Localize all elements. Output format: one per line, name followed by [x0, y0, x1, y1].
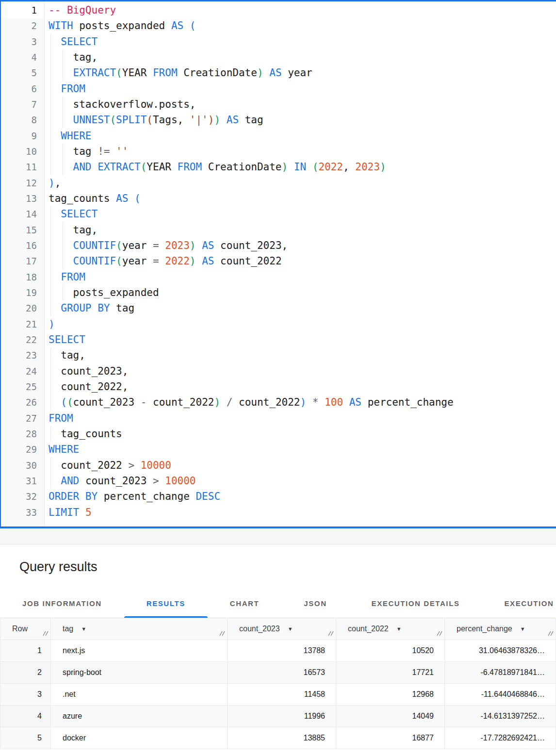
sql-editor[interactable]: 1-- BigQuery2WITH posts_expanded AS (3 S…: [0, 0, 556, 528]
line-number: 27: [1, 411, 45, 426]
count-2023-cell: 11996: [228, 706, 336, 727]
indent-guide: [63, 49, 63, 65]
query-results-header: Query results: [0, 544, 556, 589]
tab-chart[interactable]: CHART: [208, 589, 282, 618]
code-text: count_2023,: [45, 363, 556, 379]
row-number-cell: 5: [0, 727, 51, 749]
code-text: tag,: [45, 222, 556, 238]
code-text: AND count_2023 > 10000: [45, 473, 556, 489]
sort-dropdown-icon[interactable]: ▼: [520, 626, 525, 632]
line-number: 25: [1, 379, 45, 394]
code-line: 30 count_2022 > 10000: [1, 458, 556, 473]
table-row: 1next.js137881052031.06463878326…: [0, 640, 556, 662]
line-number: 9: [1, 128, 45, 144]
code-text: FROM: [45, 81, 556, 97]
code-line: 29WHERE: [1, 442, 556, 457]
code-line: 28 tag_counts: [1, 426, 556, 442]
line-number: 22: [1, 332, 45, 347]
code-line: 6 FROM: [1, 81, 556, 97]
column-header-count-2022[interactable]: count_2022▼: [336, 618, 445, 640]
percent-change-cell: 31.06463878326…: [445, 640, 556, 662]
column-header-count-2023[interactable]: count_2023▼: [228, 618, 336, 640]
code-text: tag,: [45, 49, 556, 65]
line-number: 33: [1, 505, 45, 520]
line-number: 21: [1, 316, 45, 332]
count-2022-cell: 10520: [336, 640, 445, 662]
table-row: 2spring-boot1657317721-6.47818971841…: [0, 662, 556, 684]
line-number: 13: [1, 191, 45, 206]
indent-guide: [50, 458, 51, 473]
code-text: UNNEST(SPLIT(Tags, '|')) AS tag: [45, 112, 556, 128]
code-line: 4 tag,: [1, 49, 556, 65]
sql-code: 1-- BigQuery2WITH posts_expanded AS (3 S…: [1, 2, 556, 520]
results-tabbar: JOB INFORMATION RESULTS CHART JSON EXECU…: [0, 589, 556, 618]
code-line: 15 tag,: [1, 222, 556, 238]
count-2023-cell: 11458: [228, 684, 336, 706]
sort-dropdown-icon[interactable]: ▼: [81, 626, 86, 632]
tab-json[interactable]: JSON: [281, 589, 349, 618]
code-line: 21): [1, 316, 556, 332]
code-line: 26 ((count_2023 - count_2022) / count_20…: [1, 394, 556, 410]
tab-results[interactable]: RESULTS: [124, 589, 208, 618]
indent-guide: [63, 285, 63, 300]
indent-guide: [63, 159, 63, 175]
tab-execution-details[interactable]: EXECUTION DETAILS: [349, 589, 482, 618]
code-line: 23 tag,: [1, 347, 556, 363]
column-resize-handle-icon[interactable]: [219, 629, 226, 638]
code-text: ): [45, 316, 556, 332]
tag-cell: azure: [51, 706, 228, 727]
row-number-cell: 2: [0, 662, 51, 684]
line-number: 24: [1, 363, 45, 379]
percent-change-cell: -11.6440468846…: [445, 684, 556, 706]
code-line: 14 SELECT: [1, 206, 556, 222]
sort-dropdown-icon[interactable]: ▼: [396, 626, 402, 632]
page-title: Query results: [19, 559, 98, 575]
tab-job-information[interactable]: JOB INFORMATION: [0, 589, 124, 618]
code-line: 1-- BigQuery: [1, 2, 556, 18]
line-number: 7: [1, 97, 45, 112]
column-resize-handle-icon[interactable]: [43, 629, 49, 638]
column-resize-handle-icon[interactable]: [548, 629, 554, 638]
panel-divider[interactable]: [0, 528, 556, 544]
code-line: 33LIMIT 5: [1, 505, 556, 520]
tag-cell: .net: [51, 684, 228, 706]
indent-guide: [50, 300, 51, 316]
indent-guide: [63, 238, 63, 253]
line-number: 1: [1, 2, 45, 18]
code-text: SELECT: [45, 206, 556, 222]
code-text: tag_counts AS (: [45, 191, 556, 206]
line-number: 14: [1, 206, 45, 222]
indent-guide: [50, 97, 51, 112]
code-text: WITH posts_expanded AS (: [45, 18, 556, 33]
count-2022-cell: 16877: [336, 727, 445, 749]
column-header-row[interactable]: Row: [0, 618, 51, 640]
column-resize-handle-icon[interactable]: [437, 629, 443, 638]
indent-guide: [63, 144, 63, 159]
tab-execution-graph[interactable]: EXECUTION GRAPH: [482, 589, 556, 618]
code-text: COUNTIF(year = 2023) AS count_2023,: [45, 238, 556, 253]
indent-guide: [63, 112, 63, 128]
code-text: -- BigQuery: [45, 2, 556, 18]
code-text: WHERE: [45, 442, 556, 457]
code-line: 22SELECT: [1, 332, 556, 347]
code-text: FROM: [45, 269, 556, 285]
code-line: 9 WHERE: [1, 128, 556, 144]
column-resize-handle-icon[interactable]: [328, 629, 334, 638]
indent-guide: [50, 112, 51, 128]
column-header-tag[interactable]: tag▼: [51, 618, 228, 640]
code-text: tag_counts: [45, 426, 556, 442]
indent-guide: [50, 238, 51, 253]
indent-guide: [63, 97, 63, 112]
line-number: 2: [1, 18, 45, 33]
code-text: EXTRACT(YEAR FROM CreationDate) AS year: [45, 65, 556, 81]
results-table: Row tag▼ count_2023▼ count_2022▼ percent…: [0, 618, 556, 749]
code-text: count_2022,: [45, 379, 556, 394]
indent-guide: [50, 426, 51, 442]
line-number: 5: [1, 65, 45, 81]
column-header-percent-change[interactable]: percent_change▼: [445, 618, 556, 640]
code-text: posts_expanded: [45, 285, 556, 300]
sort-dropdown-icon[interactable]: ▼: [288, 626, 293, 632]
count-2022-cell: 14049: [336, 706, 445, 727]
indent-guide: [50, 222, 51, 238]
indent-guide: [50, 473, 51, 489]
